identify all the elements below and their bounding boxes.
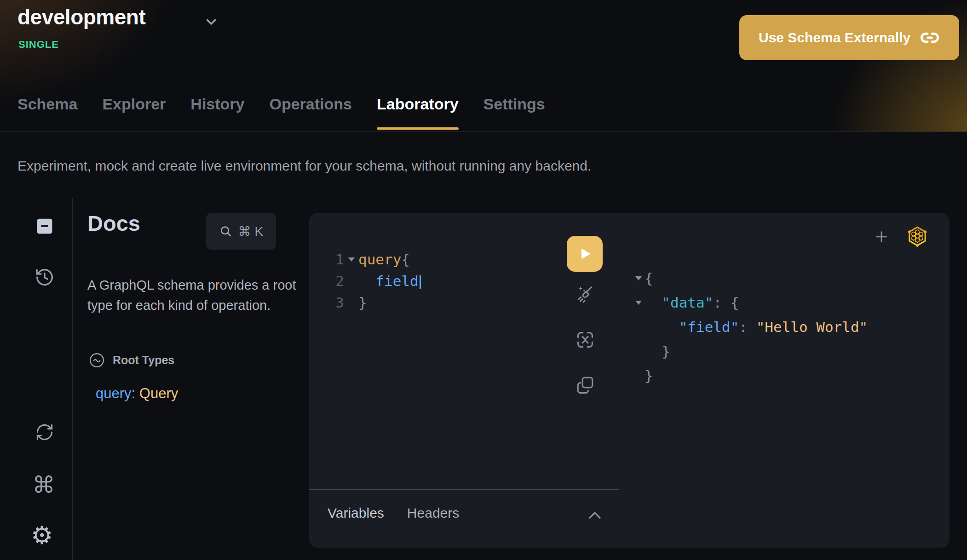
merge-fragments-icon[interactable] — [575, 330, 595, 350]
workspace-title: development — [17, 5, 145, 29]
play-icon — [577, 246, 593, 262]
refetch-schema-icon[interactable] — [35, 422, 55, 442]
root-field-separator: : — [132, 385, 139, 401]
code-text: { — [645, 266, 653, 291]
code-text: "data": { — [645, 291, 739, 315]
code-token: "data" — [645, 294, 713, 311]
query-editor[interactable]: 1query{2 field3} — [309, 249, 421, 314]
status-badge: SINGLE — [18, 39, 59, 51]
tab-label: Operations — [270, 95, 352, 113]
code-line: 3} — [309, 292, 421, 314]
fold-arrow-icon[interactable] — [635, 276, 642, 280]
docs-description: A GraphQL schema provides a root type fo… — [87, 275, 304, 315]
root-field-name: query — [96, 385, 132, 401]
code-line: 1query{ — [309, 249, 421, 270]
code-text: } — [645, 364, 653, 388]
keyboard-shortcuts-icon[interactable]: ⌘ — [32, 474, 55, 497]
variables-divider[interactable] — [309, 489, 619, 490]
code-token: { — [401, 251, 410, 268]
tab-headers[interactable]: Headers — [407, 505, 459, 521]
docs-panel: Docs ⌘ K A GraphQL schema provides a roo… — [87, 198, 304, 560]
tab-label: History — [190, 95, 244, 113]
line-number: 3 — [309, 292, 344, 314]
root-types-icon — [88, 352, 105, 369]
fold-column — [633, 266, 645, 291]
execute-button[interactable] — [567, 236, 603, 272]
use-schema-externally-button[interactable]: Use Schema Externally — [739, 15, 959, 60]
code-text: query{ — [358, 249, 410, 270]
tab-label: Settings — [484, 95, 545, 113]
code-token: "field" — [645, 319, 739, 335]
code-line: "data": { — [633, 291, 868, 315]
docs-title: Docs — [87, 211, 140, 236]
tab-variables[interactable]: Variables — [328, 505, 384, 521]
tab-operations[interactable]: Operations — [270, 88, 352, 131]
tab-label: Explorer — [102, 95, 166, 113]
copy-query-icon[interactable] — [575, 375, 595, 395]
use-schema-externally-label: Use Schema Externally — [759, 30, 910, 46]
code-token: { — [731, 294, 739, 311]
tab-settings[interactable]: Settings — [484, 88, 545, 131]
page-header: development SINGLE Use Schema Externally… — [0, 0, 967, 132]
search-icon — [219, 224, 233, 238]
history-icon[interactable] — [34, 267, 55, 288]
code-token: } — [358, 294, 367, 311]
code-line: } — [633, 339, 868, 364]
tab-explorer[interactable]: Explorer — [102, 88, 166, 131]
fold-column — [633, 315, 645, 339]
root-type-query-link[interactable]: query: Query — [96, 385, 178, 402]
code-token: field — [358, 273, 419, 289]
tab-label: Laboratory — [377, 95, 459, 113]
code-text: field — [358, 270, 421, 292]
code-token: : — [713, 294, 730, 311]
code-token: } — [645, 367, 653, 384]
chevron-up-icon[interactable] — [586, 508, 604, 522]
tab-schema[interactable]: Schema — [17, 88, 77, 131]
fold-column — [633, 291, 645, 315]
sidebar-divider — [72, 198, 73, 560]
settings-icon[interactable]: ⚙ — [31, 523, 53, 548]
line-number: 2 — [309, 270, 344, 292]
code-line: 2 field — [309, 270, 421, 292]
code-line: } — [633, 364, 868, 388]
code-token: : — [739, 319, 756, 335]
docs-search-button[interactable]: ⌘ K — [206, 213, 276, 250]
root-field-type: Query — [139, 385, 178, 401]
code-text: } — [645, 339, 670, 364]
code-token: { — [645, 270, 653, 286]
code-token: query — [358, 251, 401, 268]
response-viewer: { "data": { "field": "Hello World" }} — [633, 266, 868, 388]
fold-column — [344, 292, 358, 314]
nav-tabs: SchemaExplorerHistoryOperationsLaborator… — [17, 88, 545, 131]
tab-label: Schema — [17, 95, 77, 113]
code-token: } — [645, 343, 670, 360]
code-text: "field": "Hello World" — [645, 315, 868, 339]
tab-laboratory[interactable]: Laboratory — [377, 88, 459, 131]
hive-logo[interactable] — [906, 225, 929, 248]
code-token: "Hello World" — [756, 319, 868, 335]
code-line: { — [633, 266, 868, 291]
link-icon — [920, 28, 940, 48]
docs-icon[interactable] — [35, 217, 55, 235]
root-types-label: Root Types — [113, 354, 174, 367]
code-line: "field": "Hello World" — [633, 315, 868, 339]
line-number: 1 — [309, 249, 344, 270]
fold-column — [633, 364, 645, 388]
search-shortcut-label: ⌘ K — [238, 224, 263, 239]
page-subtitle: Experiment, mock and create live environ… — [17, 158, 591, 174]
fold-column — [633, 339, 645, 364]
tab-history[interactable]: History — [190, 88, 244, 131]
text-cursor — [420, 275, 421, 289]
fold-column — [344, 270, 358, 292]
fold-arrow-icon[interactable] — [348, 257, 355, 262]
add-tab-icon[interactable] — [873, 229, 890, 245]
bottom-tabs: Variables Headers — [328, 505, 459, 521]
chevron-down-icon[interactable] — [203, 14, 219, 29]
code-text: } — [358, 292, 367, 314]
fold-arrow-icon[interactable] — [635, 301, 642, 305]
graphiql-panel: 1query{2 field3} { "data": { — [309, 213, 950, 548]
prettify-icon[interactable] — [575, 283, 596, 304]
fold-column — [344, 249, 358, 270]
root-types-section: Root Types — [88, 352, 174, 369]
